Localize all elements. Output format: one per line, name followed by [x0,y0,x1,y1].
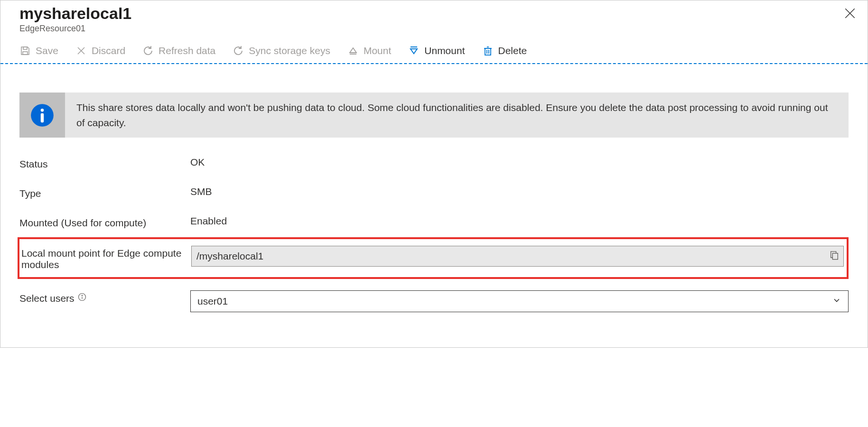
type-row: Type SMB [19,186,849,199]
selectusers-label-text: Select users [19,293,75,304]
save-label: Save [36,45,58,56]
type-label: Type [19,186,190,199]
status-value: OK [190,157,849,168]
delete-icon [482,45,494,56]
mountpoint-highlight: Local mount point for Edge compute modul… [18,237,849,279]
mountpoint-field: /mysharelocal1 [191,246,844,267]
share-panel: mysharelocal1 EdgeResource01 Save Discar… [0,0,868,348]
sync-label: Sync storage keys [249,45,330,56]
mount-icon [347,45,359,56]
discard-label: Discard [92,45,125,56]
mounted-row: Mounted (Used for compute) Enabled [19,215,849,229]
unmount-label: Unmount [424,45,465,56]
info-icon [19,93,65,138]
delete-label: Delete [498,45,527,56]
svg-marker-8 [411,49,417,54]
unmount-icon [408,45,420,56]
save-button[interactable]: Save [19,45,58,56]
svg-rect-17 [41,113,44,122]
svg-rect-10 [485,48,491,55]
svg-rect-3 [23,52,28,55]
status-row: Status OK [19,157,849,170]
svg-point-16 [41,108,44,111]
svg-point-20 [82,295,82,296]
refresh-icon [142,45,154,56]
delete-button[interactable]: Delete [482,45,527,56]
unmount-button[interactable]: Unmount [408,45,465,56]
refresh-button[interactable]: Refresh data [142,45,215,56]
copy-mountpoint-button[interactable] [829,250,840,263]
mount-button[interactable]: Mount [347,45,391,56]
selectusers-value: user01 [197,296,228,307]
selectusers-label: Select users [19,290,190,304]
mounted-value: Enabled [190,215,849,227]
command-bar: Save Discard Refresh data Sync storage k… [0,34,868,64]
sync-icon [233,45,244,56]
status-label: Status [19,157,190,170]
mount-label: Mount [364,45,391,56]
panel-content: This share stores data locally and won't… [0,64,868,312]
svg-rect-18 [832,253,838,260]
share-title: mysharelocal1 [19,4,849,23]
close-icon [844,13,856,21]
save-icon [19,45,31,56]
svg-marker-6 [350,48,356,53]
selectusers-row: Select users user01 [19,290,849,312]
type-value: SMB [190,186,849,197]
info-banner: This share stores data locally and won't… [19,93,849,138]
chevron-down-icon [832,296,841,307]
svg-rect-2 [23,47,27,49]
sync-button[interactable]: Sync storage keys [233,45,330,56]
resource-subtitle: EdgeResource01 [19,24,849,34]
selectusers-dropdown[interactable]: user01 [190,290,849,312]
panel-header: mysharelocal1 EdgeResource01 [0,0,868,34]
discard-button[interactable]: Discard [75,45,125,56]
info-tooltip-icon[interactable] [77,292,87,304]
mountpoint-label: Local mount point for Edge compute modul… [20,246,191,270]
refresh-label: Refresh data [159,45,215,56]
discard-icon [75,45,87,56]
mounted-label: Mounted (Used for compute) [19,215,190,229]
info-banner-text: This share stores data locally and won't… [65,93,849,138]
close-button[interactable] [844,7,856,21]
mountpoint-value: /mysharelocal1 [196,251,263,262]
copy-icon [829,251,840,262]
